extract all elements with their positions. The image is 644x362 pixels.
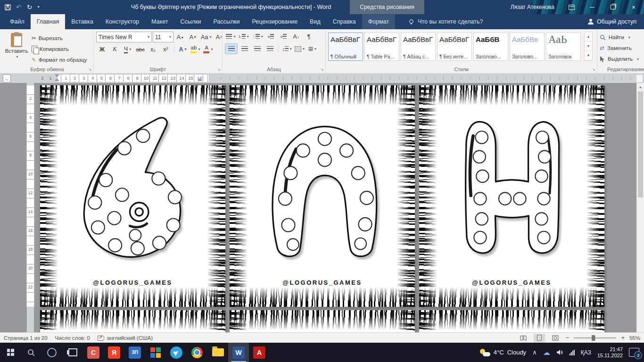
superscript-button[interactable]: x² [160, 44, 172, 54]
web-layout-button[interactable] [550, 334, 561, 342]
line-spacing-button[interactable]: ↕▾ [281, 44, 293, 54]
tell-me-search[interactable]: Что вы хотите сделать? [408, 14, 483, 29]
volume-icon[interactable] [556, 349, 563, 355]
underline-button[interactable]: Ч▾ [122, 44, 133, 54]
style-card[interactable]: АаБбВвГ¶ Без инте... [437, 33, 472, 61]
doc-page-partial[interactable] [419, 310, 604, 332]
style-card[interactable]: АаБбВвЗаголово... [510, 33, 545, 61]
grow-font-button[interactable]: А▲ [174, 32, 186, 42]
italic-button[interactable]: К [109, 44, 121, 54]
format-painter-button[interactable]: ✎Формат по образцу [32, 55, 87, 65]
doc-page-letter-n[interactable]: @LOGORUS_GAMES [419, 85, 604, 307]
doc-page-partial[interactable] [40, 310, 225, 332]
tab-selector-button[interactable]: ∟ [3, 74, 11, 82]
styles-scroll-up[interactable]: ▲ [585, 32, 592, 41]
style-card[interactable]: АаБбВвГ¶ Абзац с... [401, 33, 436, 61]
sort-button[interactable]: А↓ [290, 32, 302, 41]
clipboard-dialog-launcher[interactable]: ↘ [88, 67, 92, 72]
page-indicator[interactable]: Страница 1 из 20 [4, 335, 48, 341]
justify-button[interactable] [264, 44, 276, 54]
font-size-combo[interactable]: 11▾ [153, 32, 173, 42]
style-card[interactable]: АаБбВЗаголово... [473, 33, 508, 61]
onedrive-icon[interactable]: ☁ [543, 349, 550, 356]
tab-home[interactable]: Главная [31, 14, 66, 29]
shrink-font-button[interactable]: А▼ [187, 32, 199, 42]
copy-button[interactable]: Копировать [32, 44, 87, 54]
styles-more-button[interactable]: ▼ [585, 51, 592, 60]
increase-indent-button[interactable]: » [278, 32, 289, 41]
read-mode-button[interactable] [518, 334, 529, 342]
cut-button[interactable]: ✂Вырезать [32, 33, 87, 43]
decrease-indent-button[interactable]: « [265, 32, 277, 41]
shading-button[interactable]: ▾ [294, 44, 305, 54]
restore-button[interactable] [603, 0, 623, 14]
multilevel-list-button[interactable]: ⋮▾ [251, 32, 264, 41]
styles-dialog-launcher[interactable]: ↘ [592, 67, 595, 72]
task-view-button[interactable] [62, 343, 83, 362]
share-button[interactable]: Общий доступ [588, 14, 636, 29]
tab-insert[interactable]: Вставка [65, 14, 99, 29]
hidden-icons-chevron[interactable]: ∧ [532, 349, 537, 355]
close-button[interactable]: × [623, 0, 644, 14]
tab-help[interactable]: Справка [327, 14, 362, 29]
taskbar-app-chrome[interactable] [187, 343, 207, 362]
style-card[interactable]: АаБбВвГ¶ Обычный [328, 33, 363, 61]
style-card[interactable]: АаБбВвГ¶ Table Pa... [364, 33, 399, 61]
save-icon[interactable] [5, 4, 11, 10]
document-canvas[interactable]: 246810121416182022 [0, 83, 644, 332]
taskbar-app-acrobat[interactable]: A [249, 343, 270, 362]
tab-view[interactable]: Вид [304, 14, 327, 29]
weather-widget[interactable]: 4°C Cloudy [480, 349, 526, 356]
bullets-button[interactable]: ▾ [225, 32, 237, 41]
tab-format-contextual[interactable]: Формат [362, 14, 395, 29]
highlight-button[interactable]: ab▾ [190, 44, 201, 54]
styles-scroll-down[interactable]: ▼ [585, 41, 592, 51]
zoom-slider-thumb[interactable] [592, 335, 595, 341]
tab-file[interactable]: Файл [4, 14, 31, 29]
language-indicator[interactable]: ҚАЗ [581, 349, 591, 356]
scroll-up-arrow[interactable]: ▲ [637, 83, 644, 90]
taskbar-app-yandex-browser[interactable]: Я [104, 343, 124, 362]
paragraph-dialog-launcher[interactable]: ↘ [320, 67, 324, 72]
taskbar-app-app-zp[interactable]: ЗП [124, 343, 145, 362]
collapse-ribbon-button[interactable]: ⌃ [638, 67, 642, 73]
tab-design[interactable]: Конструктор [99, 14, 145, 29]
show-marks-button[interactable]: ¶ [303, 32, 315, 41]
taskbar-app-telegram[interactable] [166, 343, 187, 362]
numbering-button[interactable]: 1.▾ [238, 32, 250, 41]
change-case-button[interactable]: Аа▾ [200, 32, 212, 42]
taskbar-search-button[interactable] [21, 343, 41, 362]
align-right-button[interactable] [251, 44, 263, 54]
font-name-combo[interactable]: Times New R▾ [96, 32, 152, 42]
network-icon[interactable] [570, 350, 575, 355]
font-dialog-launcher[interactable]: ↘ [217, 67, 221, 72]
doc-page-letter-p[interactable]: @LOGORUS_GAMES [230, 85, 415, 307]
right-indent-marker[interactable] [198, 78, 202, 81]
first-line-indent-marker[interactable] [55, 74, 59, 77]
signed-in-user[interactable]: Лязат Атекенова [511, 4, 554, 10]
align-left-button[interactable] [225, 43, 238, 54]
taskbar-app-word[interactable]: W [228, 343, 249, 362]
vertical-scrollbar[interactable]: ▲ [636, 83, 644, 332]
tab-mailings[interactable]: Рассылки [207, 14, 246, 29]
qat-customize-icon[interactable]: ▾ [37, 5, 39, 9]
zoom-out-button[interactable]: − [566, 334, 570, 341]
paste-dropdown-icon[interactable]: ▾ [16, 55, 18, 59]
horizontal-ruler[interactable]: ∟ 2112345678910111213141516 [0, 74, 644, 83]
redo-icon[interactable]: ↻ [27, 4, 33, 10]
borders-button[interactable]: ⊞▾ [306, 44, 318, 54]
find-button[interactable]: Найти▾ [600, 33, 644, 42]
cortana-button[interactable] [41, 343, 62, 362]
taskbar-app-app-s[interactable]: С [83, 343, 104, 362]
print-layout-button[interactable] [534, 334, 545, 342]
subscript-button[interactable]: x₂ [147, 44, 159, 54]
hanging-indent-marker[interactable] [55, 78, 59, 81]
action-center-button[interactable]: 3 [629, 348, 639, 357]
proofing-status[interactable]: английский (США) [98, 335, 153, 341]
ribbon-display-options-button[interactable] [561, 0, 582, 14]
tab-review[interactable]: Рецензирование [246, 14, 304, 29]
start-button[interactable] [0, 343, 21, 362]
align-center-button[interactable] [239, 44, 250, 54]
doc-page-letter-b[interactable]: @LOGORUS_GAMES [40, 85, 225, 307]
replace-button[interactable]: ⇄ Заменить [600, 43, 644, 53]
